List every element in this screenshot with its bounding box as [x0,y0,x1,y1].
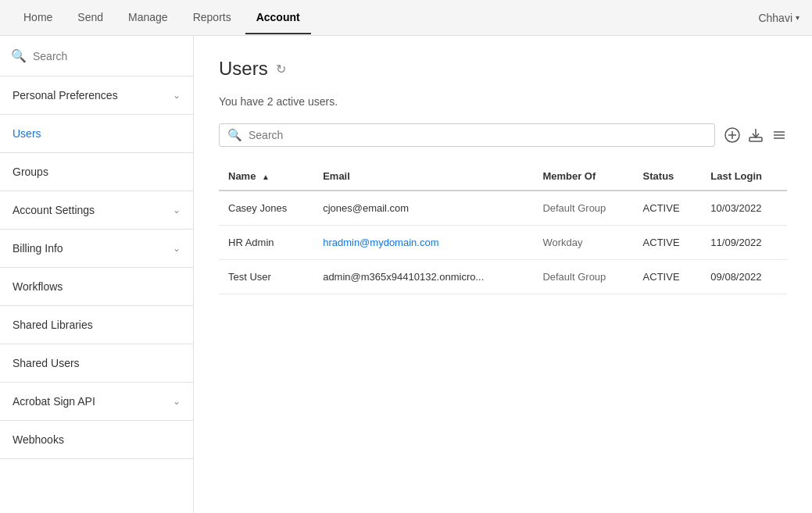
cell-last-login: 09/08/2022 [701,260,787,294]
sidebar-acrobat-sign-api-section: Acrobat Sign API ⌄ [0,383,193,421]
sidebar-users-section: Users [0,115,193,153]
search-toolbar: 🔍 [219,123,787,147]
col-status: Status [634,162,702,191]
sidebar-item-groups[interactable]: Groups [0,153,193,191]
sidebar-item-billing-info[interactable]: Billing Info ⌄ [0,230,193,267]
nav-reports[interactable]: Reports [182,2,242,34]
sidebar-item-webhooks[interactable]: Webhooks [0,421,193,458]
search-icon: 🔍 [227,128,242,142]
table-row[interactable]: Casey Jones cjones@email.com Default Gro… [219,191,787,226]
cell-name: Test User [219,260,313,294]
chevron-down-icon: ⌄ [173,396,181,407]
top-nav: Home Send Manage Reports Account Chhavi … [0,0,812,36]
sidebar-search-container: 🔍 [0,36,193,77]
users-table: Name ▲ Email Member Of Status Last Login [219,162,787,294]
sidebar-item-label: Account Settings [13,204,95,216]
sidebar-item-label: Shared Libraries [13,319,93,331]
nav-items: Home Send Manage Reports Account [13,2,758,34]
cell-email: cjones@email.com [313,191,533,226]
page-title-row: Users ↻ [219,58,787,80]
sidebar-webhooks-section: Webhooks [0,421,193,459]
email-link[interactable]: hradmin@mydomain.com [323,237,438,248]
table-row[interactable]: HR Admin hradmin@mydomain.com Workday AC… [219,226,787,260]
table-header-row: Name ▲ Email Member Of Status Last Login [219,162,787,191]
col-member-of: Member Of [533,162,633,191]
sidebar-search-input[interactable] [33,50,182,62]
sidebar-item-label: Billing Info [13,242,63,255]
cell-last-login: 11/09/2022 [701,226,787,260]
page-title: Users [219,58,268,80]
sidebar-item-shared-users[interactable]: Shared Users [0,344,193,382]
sidebar-item-acrobat-sign-api[interactable]: Acrobat Sign API ⌄ [0,383,193,420]
nav-account[interactable]: Account [245,2,311,34]
sidebar-billing-info-section: Billing Info ⌄ [0,230,193,268]
users-search-input[interactable] [249,129,706,141]
sidebar: 🔍 Personal Preferences ⌄ Users Groups Ac… [0,36,194,513]
refresh-icon[interactable]: ↻ [276,62,286,77]
cell-email[interactable]: hradmin@mydomain.com [313,226,533,260]
chevron-down-icon: ⌄ [173,205,181,216]
cell-status: ACTIVE [634,226,702,260]
sidebar-shared-users-section: Shared Users [0,344,193,383]
sidebar-account-settings-section: Account Settings ⌄ [0,191,193,230]
sidebar-item-label: Users [13,127,41,140]
export-button[interactable] [748,127,764,143]
cell-member-of: Workday [533,226,633,260]
sidebar-item-shared-libraries[interactable]: Shared Libraries [0,306,193,344]
col-last-login: Last Login [701,162,787,191]
nav-manage[interactable]: Manage [117,2,179,34]
cell-status: ACTIVE [634,191,702,226]
cell-last-login: 10/03/2022 [701,191,787,226]
chevron-down-icon: ⌄ [173,90,181,101]
sidebar-item-label: Workflows [13,280,63,293]
search-input-wrap: 🔍 [219,123,715,147]
sidebar-item-label: Acrobat Sign API [13,395,95,408]
cell-name: Casey Jones [219,191,313,226]
cell-member-of: Default Group [533,260,633,294]
main-layout: 🔍 Personal Preferences ⌄ Users Groups Ac… [0,36,812,513]
toolbar-icons [724,127,787,143]
add-user-button[interactable] [724,127,740,143]
sidebar-item-label: Groups [13,166,48,178]
cell-status: ACTIVE [634,260,702,294]
sidebar-workflows-section: Workflows [0,268,193,306]
sidebar-groups-section: Groups [0,153,193,191]
cell-member-of: Default Group [533,191,633,226]
col-email: Email [313,162,533,191]
main-content: Users ↻ You have 2 active users. 🔍 [194,36,812,513]
cell-email: admin@m365x94410132.onmicro... [313,260,533,294]
sidebar-personal-preferences-section: Personal Preferences ⌄ [0,77,193,115]
sidebar-item-label: Shared Users [13,357,80,369]
sort-arrow-icon: ▲ [262,173,270,181]
col-name[interactable]: Name ▲ [219,162,313,191]
active-users-text: You have 2 active users. [219,95,787,108]
table-row[interactable]: Test User admin@m365x94410132.onmicro...… [219,260,787,294]
sidebar-shared-libraries-section: Shared Libraries [0,306,193,344]
nav-user-chevron-icon: ▾ [796,13,799,22]
sidebar-item-users[interactable]: Users [0,115,193,152]
email-text: admin@m365x94410132.onmicro... [323,271,484,283]
email-text: cjones@email.com [323,202,409,214]
sidebar-item-account-settings[interactable]: Account Settings ⌄ [0,191,193,229]
chevron-down-icon: ⌄ [173,243,181,254]
menu-button[interactable] [771,127,787,143]
nav-user[interactable]: Chhavi ▾ [758,12,799,24]
nav-username: Chhavi [758,12,792,24]
sidebar-search-icon: 🔍 [11,48,27,63]
sidebar-item-label: Personal Preferences [13,89,118,102]
sidebar-item-label: Webhooks [13,433,64,446]
sidebar-item-workflows[interactable]: Workflows [0,268,193,305]
nav-home[interactable]: Home [13,2,63,34]
cell-name: HR Admin [219,226,313,260]
sidebar-item-personal-preferences[interactable]: Personal Preferences ⌄ [0,77,193,114]
nav-send[interactable]: Send [66,2,114,34]
